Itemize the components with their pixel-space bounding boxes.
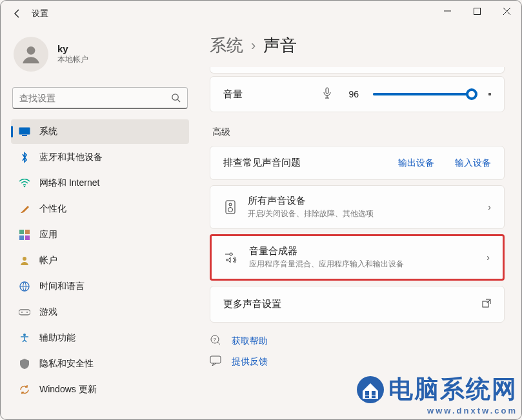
svg-point-21: [228, 208, 233, 212]
slider-thumb[interactable]: [466, 88, 477, 100]
update-icon: [19, 384, 30, 395]
output-device-link[interactable]: 输出设备: [398, 157, 434, 169]
input-device-link[interactable]: 输入设备: [455, 157, 491, 169]
svg-rect-31: [365, 395, 369, 398]
speaker-devices-icon: [223, 200, 237, 214]
bluetooth-icon: [19, 152, 30, 163]
nav-label: 游戏: [39, 306, 57, 318]
troubleshoot-label: 排查常见声音问题: [223, 157, 377, 169]
volume-card: 音量 96: [210, 76, 505, 112]
all-sound-devices-card[interactable]: 所有声音设备 开启/关闭设备、排除故障、其他选项 ›: [210, 185, 505, 229]
svg-rect-14: [19, 310, 30, 315]
nav-privacy[interactable]: 隐私和安全性: [11, 352, 189, 376]
all-devices-sub: 开启/关闭设备、排除故障、其他选项: [248, 208, 477, 219]
section-advanced: 高级: [212, 126, 505, 138]
help-icon: ?: [210, 334, 223, 348]
svg-rect-8: [19, 230, 24, 234]
nav-list: 系统 蓝牙和其他设备 网络和 Internet 个性化 应用: [11, 119, 189, 402]
maximize-button[interactable]: [462, 1, 492, 21]
nav-accounts[interactable]: 帐户: [11, 248, 189, 273]
svg-point-2: [27, 46, 35, 55]
wifi-icon: [19, 177, 30, 189]
nav-label: 辅助功能: [39, 332, 75, 344]
accessibility-icon: [19, 332, 30, 344]
nav-label: 蓝牙和其他设备: [39, 152, 103, 163]
search-icon: [171, 93, 181, 103]
search-input[interactable]: [19, 93, 171, 103]
svg-rect-32: [372, 395, 376, 398]
nav-label: 网络和 Internet: [39, 177, 99, 189]
svg-point-20: [229, 203, 232, 206]
nav-update[interactable]: Windows 更新: [11, 377, 189, 402]
user-name: ky: [57, 43, 88, 54]
maximize-icon: [474, 8, 481, 15]
brush-icon: [19, 203, 30, 215]
svg-text:?: ?: [214, 337, 217, 343]
nav-label: 个性化: [39, 203, 66, 215]
nav-system[interactable]: 系统: [11, 119, 189, 144]
nav-gaming[interactable]: 游戏: [11, 300, 189, 325]
volume-mixer-card[interactable]: 音量合成器 应用程序音量混合、应用程序输入和输出设备 ›: [210, 234, 505, 281]
svg-rect-10: [19, 235, 24, 240]
user-block[interactable]: ky 本地帐户: [11, 32, 189, 83]
more-sound-settings-card[interactable]: 更多声音设置: [210, 286, 505, 323]
svg-point-23: [230, 253, 232, 255]
chevron-right-icon: ›: [487, 252, 490, 263]
nav-accessibility[interactable]: 辅助功能: [11, 326, 189, 350]
watermark: 电脑系统网 www.dnxtw.com: [356, 373, 517, 415]
mixer-sub: 应用程序音量混合、应用程序输入和输出设备: [249, 259, 476, 270]
nav-network[interactable]: 网络和 Internet: [11, 171, 189, 195]
svg-point-7: [24, 186, 26, 188]
svg-point-12: [23, 257, 26, 261]
avatar: [14, 37, 48, 72]
back-button[interactable]: [6, 2, 29, 25]
mixer-icon: [225, 252, 239, 263]
card-stub-top: [210, 67, 505, 74]
shield-icon: [19, 358, 30, 370]
svg-line-4: [177, 99, 180, 102]
close-button[interactable]: [492, 1, 521, 21]
volume-value: 96: [343, 89, 359, 99]
nav-label: 帐户: [39, 255, 57, 266]
house-icon: [356, 375, 385, 404]
svg-rect-30: [372, 391, 376, 395]
svg-point-15: [21, 312, 23, 313]
nav-apps[interactable]: 应用: [11, 223, 189, 247]
svg-point-17: [23, 334, 26, 336]
svg-rect-1: [474, 8, 480, 14]
nav-label: 时间和语言: [39, 281, 85, 292]
mic-icon[interactable]: [323, 87, 334, 101]
feedback-label: 提供反馈: [232, 356, 268, 368]
svg-rect-11: [25, 235, 30, 240]
breadcrumb-parent[interactable]: 系统: [210, 34, 243, 57]
nav-label: Windows 更新: [39, 384, 97, 395]
nav-personalization[interactable]: 个性化: [11, 197, 189, 221]
breadcrumb-sep: ›: [251, 37, 256, 54]
nav-label: 系统: [39, 126, 57, 137]
nav-bluetooth[interactable]: 蓝牙和其他设备: [11, 145, 189, 170]
feedback-icon: [210, 355, 223, 368]
get-help-link[interactable]: ? 获取帮助: [210, 334, 505, 348]
svg-rect-9: [25, 230, 30, 234]
close-icon: [503, 8, 510, 15]
minimize-button[interactable]: [432, 1, 462, 21]
svg-rect-5: [19, 128, 30, 135]
help-label: 获取帮助: [232, 335, 268, 347]
person-icon: [20, 43, 42, 65]
svg-rect-29: [365, 391, 369, 395]
svg-point-16: [26, 312, 28, 313]
watermark-brand: 电脑系统网: [388, 373, 517, 406]
svg-rect-27: [210, 356, 221, 363]
globe-icon: [19, 281, 30, 292]
person-icon: [19, 255, 30, 266]
nav-time-language[interactable]: 时间和语言: [11, 274, 189, 299]
volume-slider[interactable]: [373, 93, 476, 95]
watermark-url: www.dnxtw.com: [356, 406, 517, 415]
external-link-icon: [482, 299, 491, 310]
svg-rect-6: [22, 135, 27, 136]
search-field[interactable]: [12, 87, 188, 109]
minimize-icon: [444, 8, 451, 15]
more-sound-title: 更多声音设置: [223, 298, 472, 310]
slider-max-icon: [488, 93, 491, 95]
feedback-link[interactable]: 提供反馈: [210, 355, 505, 368]
